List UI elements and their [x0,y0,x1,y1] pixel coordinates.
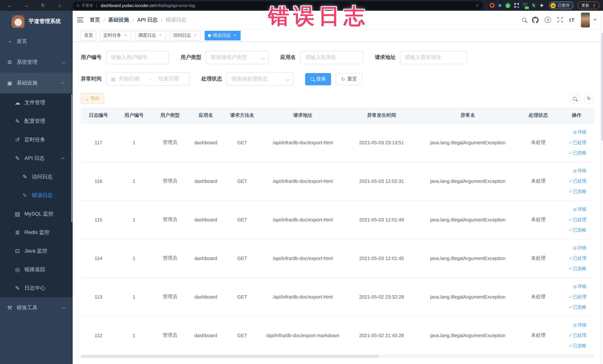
mark-processed-link[interactable]: ✓已处理 [569,292,586,302]
sidebar-scrollbar-thumb[interactable] [71,94,72,222]
extension-orange-ring-icon[interactable] [489,3,494,8]
mark-processed-link[interactable]: ✓已处理 [569,330,586,340]
sidebar-item-dev-tools[interactable]: ⚒ 研发工具 [0,297,73,318]
extension-blue-gem-icon[interactable]: ◆ [498,3,501,8]
reset-button[interactable]: ↻ 重置 [336,73,362,85]
gear-icon: ⚙ [6,59,13,66]
collapse-sidebar-icon[interactable] [77,17,83,22]
sidebar-item-api-log[interactable]: ✎ API 日志 [0,149,73,168]
extension-switch-icon[interactable]: on [523,3,528,8]
extension-green-circle-icon[interactable]: y [505,3,510,8]
page-scrollbar[interactable] [600,11,603,364]
close-icon[interactable]: × [123,33,128,38]
sidebar-item-tracing[interactable]: ◎ 链路追踪 [0,260,73,279]
mark-processed-link[interactable]: ✓已处理 [569,138,586,147]
sidebar-item-scheduled-tasks[interactable]: ↺ 定时任务 [0,130,73,149]
detail-link[interactable]: ◎详细 [573,127,586,137]
navbar-actions: ? ↖ ↗ ↙ ↘ tT [522,12,596,27]
browser-update-button[interactable]: 更新 ⋮ [577,1,599,9]
sidebar-item-home[interactable]: ◔ 首页 [0,31,73,52]
mark-ignored-link[interactable]: ✓已忽略 [569,187,586,196]
sidebar-item-log-center[interactable]: ✎ 日志中心 [0,279,73,297]
filter-row-2: 异常时间 ▦ 开始日期 - 结束日期 处理状态 请选择处理状态 [81,72,594,86]
refresh-table-button[interactable]: ↻ [584,93,594,104]
browser-back-icon[interactable]: ← [4,3,15,8]
user-menu-caret-icon[interactable] [593,19,596,21]
detail-link[interactable]: ◎详细 [573,243,586,253]
sidebar-item-error-log[interactable]: ✎ 错误日志 [0,186,73,205]
sidebar-item-redis-monitor[interactable]: ≣ Redis 监控 [0,223,73,242]
mark-processed-link[interactable]: ✓已处理 [569,215,586,224]
extension-grid-icon[interactable]: ◆ [514,3,519,8]
mark-processed-link[interactable]: ✓已处理 [569,253,586,263]
app-logo-row[interactable]: 芋道管理系统 [0,11,73,31]
breadcrumb-infrastructure[interactable]: 基础设施 [108,16,129,23]
detail-link[interactable]: ◎详细 [573,204,586,214]
request-url-input[interactable]: 请输入请求地址 [400,51,467,64]
table-row: 116 1 管理员 dashboard GET /api/infra/db-do… [81,162,594,200]
sidebar-item-file-management[interactable]: ☁ 文件管理 [0,94,73,112]
sidebar-item-system-management[interactable]: ⚙ 系统管理 [0,52,73,73]
not-secure-warning-icon[interactable]: ⚠ [76,3,80,7]
tab-schedule-log[interactable]: 调度日志 × [135,31,166,40]
chevron-down-icon [261,56,265,59]
browser-menu-kebab-icon[interactable]: ⋮ [592,3,596,8]
detail-link[interactable]: ◎详细 [573,282,586,291]
extension-plant-icon[interactable] [531,3,536,8]
toggle-search-button[interactable] [569,93,580,104]
horizontal-scrollbar[interactable] [81,355,594,358]
bookmark-star-icon[interactable]: ☆ [475,3,479,8]
close-icon[interactable]: × [232,33,237,38]
breadcrumb: 首页 / 基础设施 / API 日志 / 错误日志 [90,16,186,23]
url-path[interactable]: /infra/log/api-error-log [154,3,195,8]
mark-processed-link[interactable]: ✓已处理 [569,176,586,186]
user-avatar[interactable] [581,12,590,27]
process-status-select[interactable]: 请选择处理状态 [227,72,294,86]
not-secure-label[interactable]: 不安全 [81,3,93,8]
url-host[interactable]: dashboard.yudao.iocoder.cn [101,3,154,8]
grid-square [514,6,516,8]
github-icon[interactable] [532,16,539,23]
user-type-select[interactable]: 请选择用户类型 [206,51,269,64]
search-button[interactable]: 搜索 [305,73,331,85]
browser-reload-icon[interactable]: ↻ [38,3,48,8]
emoji-face-avatar [551,3,556,8]
sidebar-item-config-management[interactable]: ✎ 配置管理 [0,112,73,130]
fullscreen-icon[interactable]: ↖ ↗ ↙ ↘ [557,17,563,23]
extensions-puzzle-icon[interactable]: ✚ [540,3,544,8]
profile-paused-chip[interactable]: 已暂停 [549,1,573,9]
detail-link[interactable]: ◎详细 [573,320,586,330]
page-scrollbar-thumb[interactable] [601,33,603,141]
font-size-icon[interactable]: tT [569,17,575,23]
detail-link[interactable]: ◎详细 [573,166,586,176]
mark-ignored-link[interactable]: ✓已忽略 [569,264,586,273]
tab-access-log[interactable]: 访问日志 × [170,31,201,40]
mark-ignored-link[interactable]: ✓已忽略 [569,302,586,312]
tab-scheduled-tasks[interactable]: 定时任务 × [100,31,131,40]
user-id-input[interactable]: 请输入用户编号 [106,51,169,64]
mark-ignored-link[interactable]: ✓已忽略 [569,341,586,351]
breadcrumb-home[interactable]: 首页 [90,16,100,23]
breadcrumb-api-log[interactable]: API 日志 [137,16,158,23]
close-icon[interactable]: × [193,33,197,38]
mark-ignored-link[interactable]: ✓已忽略 [569,225,586,235]
tab-error-log[interactable]: 错误日志 × [205,31,241,40]
sidebar-item-access-log[interactable]: ✎ 访问日志 [0,168,73,186]
date-range-picker[interactable]: ▦ 开始日期 - 结束日期 [106,72,190,86]
browser-home-icon[interactable]: ⌂ [55,3,65,8]
tab-home[interactable]: 首页 [81,31,96,40]
search-icon[interactable] [522,18,526,22]
export-button[interactable]: ↓ 导出 [81,93,104,104]
sidebar-item-infrastructure[interactable]: ▣ 基础设施 [0,73,73,94]
tags-view: 首页 定时任务 × 调度日志 × 访问日志 × 错误日志 × [73,29,603,42]
sidebar-item-mysql-monitor[interactable]: ▤ MySQL 监控 [0,205,73,223]
close-icon[interactable]: × [158,33,163,38]
mark-ignored-link[interactable]: ✓已忽略 [569,148,586,158]
horizontal-scrollbar-thumb[interactable] [81,355,379,358]
help-icon[interactable]: ? [545,17,551,23]
sidebar-item-java-monitor[interactable]: ⊡ Java 监控 [0,242,73,260]
app-name-input[interactable]: 请输入应用名 [300,51,363,64]
action-label: 已处理 [573,294,586,299]
active-tab-dot [208,34,211,37]
browser-forward-icon[interactable]: → [21,3,32,8]
